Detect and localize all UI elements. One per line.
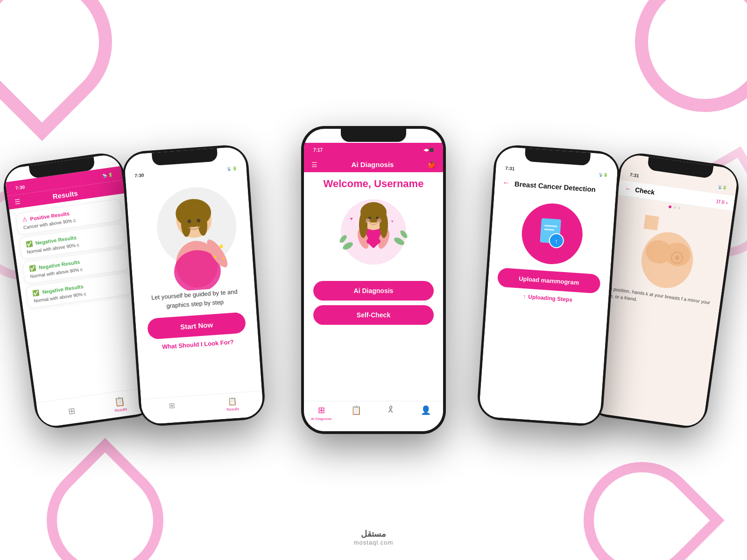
check-icon-2: ✅ bbox=[29, 265, 37, 272]
phones-container: 7:30 📡🔋 ☰ Results ⚠ bbox=[0, 0, 747, 560]
status-bar-left-center: 7:30 📡🔋 bbox=[125, 160, 247, 182]
status-icons-lc: 📡🔋 bbox=[226, 166, 237, 171]
nav-lc-results-label: Results bbox=[226, 407, 239, 412]
upload-circle: ↑ bbox=[520, 202, 585, 266]
time-left-center: 7:30 bbox=[134, 172, 144, 178]
nav-main-ai[interactable]: ⊞ Ai Diagnosis bbox=[304, 405, 339, 421]
status-icons-detection: 📡🔋 bbox=[599, 172, 608, 177]
notch-main bbox=[341, 129, 406, 142]
nav-results-label: Results bbox=[114, 407, 127, 413]
woman-illustration: ★ ★ ✦ bbox=[140, 180, 240, 288]
detection-title: Breast Cancer Detection bbox=[514, 180, 596, 193]
start-now-button[interactable]: Start Now bbox=[147, 312, 247, 340]
chevron-icon-fr[interactable]: › bbox=[726, 200, 728, 205]
svg-text:★: ★ bbox=[212, 254, 217, 259]
watermark: مستقل mostaql.com bbox=[354, 529, 394, 546]
left-center-content: 7:30 📡🔋 bbox=[124, 146, 264, 425]
main-app-header: ☰ Ai Diagnosis 🍎 bbox=[304, 157, 443, 172]
svg-text:♥: ♥ bbox=[366, 203, 369, 207]
step-counter-text: 1f 8 bbox=[716, 198, 725, 205]
svg-text:♥: ♥ bbox=[391, 219, 394, 224]
bottom-nav-left-center: ⊞ 📋 Results bbox=[141, 391, 264, 425]
center-content: 7:17 ◀▶⬛ ☰ Ai Diagnosis 🍎 Welcome, Usern… bbox=[304, 129, 443, 431]
breast-illustration bbox=[635, 215, 701, 292]
center-buttons: Ai Diagnosis Self-Check bbox=[304, 281, 443, 325]
status-icons-main: ◀▶⬛ bbox=[423, 148, 434, 152]
dot-2 bbox=[673, 206, 677, 209]
watermark-url: mostaql.com bbox=[354, 539, 394, 546]
welcome-illustration: ♥ ♥ ♥ bbox=[336, 195, 411, 269]
dot-3 bbox=[678, 207, 681, 210]
phone-main-inner: 7:17 ◀▶⬛ ☰ Ai Diagnosis 🍎 Welcome, Usern… bbox=[304, 129, 443, 431]
svg-point-15 bbox=[399, 229, 409, 239]
phone-detection: 7:31 📡🔋 ← Breast Cancer Detection bbox=[476, 144, 621, 427]
svg-point-14 bbox=[393, 236, 406, 246]
look-for-link[interactable]: What Should I Look For? bbox=[137, 336, 259, 352]
check-icon-1: ✅ bbox=[25, 240, 33, 248]
status-bar-main: 7:17 ◀▶⬛ bbox=[304, 143, 443, 157]
time-main: 7:17 bbox=[313, 147, 323, 153]
phone-main: 7:17 ◀▶⬛ ☰ Ai Diagnosis 🍎 Welcome, Usern… bbox=[301, 126, 446, 434]
svg-rect-18 bbox=[366, 239, 381, 244]
svg-point-21 bbox=[359, 212, 367, 238]
back-icon-fr[interactable]: ← bbox=[625, 184, 632, 193]
back-icon-detection[interactable]: ← bbox=[502, 178, 510, 187]
profile-icon-main[interactable]: 🍎 bbox=[428, 161, 436, 168]
warning-icon: ⚠ bbox=[22, 216, 28, 223]
uploading-steps-text: Uploading Steps bbox=[528, 294, 572, 303]
nav-main-results[interactable]: 📋 bbox=[339, 405, 374, 415]
woman-svg: ★ ★ ✦ bbox=[145, 180, 246, 293]
svg-text:✦: ✦ bbox=[222, 257, 226, 261]
nav-lc-home[interactable]: ⊞ bbox=[141, 399, 202, 412]
welcome-title: Welcome, Username bbox=[304, 178, 443, 190]
detection-content: 7:31 📡🔋 ← Breast Cancer Detection bbox=[479, 146, 619, 425]
main-header-title: Ai Diagnosis bbox=[317, 161, 428, 168]
svg-point-22 bbox=[380, 212, 388, 238]
upload-icon-svg: ↑ bbox=[532, 214, 572, 253]
nav-main-profile[interactable]: 👤 bbox=[409, 405, 444, 415]
ai-diagnosis-button[interactable]: Ai Diagnosis bbox=[313, 281, 434, 301]
dot-1 bbox=[669, 205, 672, 209]
self-check-title: Check bbox=[634, 186, 655, 196]
time-results: 7:30 bbox=[15, 184, 25, 190]
breast-svg bbox=[635, 215, 701, 292]
menu-icon-main[interactable]: ☰ bbox=[311, 161, 317, 168]
svg-point-26 bbox=[377, 218, 381, 223]
svg-point-13 bbox=[338, 234, 348, 244]
svg-rect-42 bbox=[643, 215, 659, 231]
self-check-button[interactable]: Self-Check bbox=[313, 305, 434, 325]
status-icons-fr: 📡🔋 bbox=[718, 184, 727, 190]
svg-text:★: ★ bbox=[218, 242, 225, 250]
nav-lc-results[interactable]: 📋 Results bbox=[202, 395, 263, 413]
status-icons-results: 📡🔋 bbox=[102, 172, 113, 178]
time-far-right: 7:31 bbox=[629, 172, 639, 178]
watermark-logo: مستقل bbox=[354, 529, 394, 539]
nav-results-results[interactable]: 📋 Results bbox=[95, 393, 146, 415]
phone-self-check: 7:30 📡🔋 bbox=[121, 144, 266, 427]
nav-main-awareness[interactable]: 🎗 bbox=[374, 405, 409, 415]
upload-icon-small: ↑ bbox=[523, 293, 526, 300]
nav-main-ai-label: Ai Diagnosis bbox=[311, 417, 331, 421]
time-detection: 7:31 bbox=[505, 165, 515, 171]
svg-text:↑: ↑ bbox=[555, 238, 558, 245]
svg-text:♥: ♥ bbox=[350, 216, 353, 221]
svg-point-12 bbox=[342, 241, 354, 251]
main-bottom-nav: ⊞ Ai Diagnosis 📋 🎗 👤 bbox=[304, 401, 443, 431]
step-counter: 1f 8 › bbox=[716, 198, 728, 205]
phone-detection-inner: 7:31 📡🔋 ← Breast Cancer Detection bbox=[479, 146, 619, 425]
phone-self-check-inner: 7:30 📡🔋 bbox=[124, 146, 264, 425]
welcome-woman-svg: ♥ ♥ ♥ bbox=[336, 195, 411, 269]
menu-icon-results[interactable]: ☰ bbox=[14, 197, 21, 206]
upload-mammogram-button[interactable]: Upload mammogram bbox=[497, 267, 601, 294]
svg-point-25 bbox=[366, 218, 370, 223]
nav-results-home[interactable]: ⊞ bbox=[47, 402, 97, 419]
check-icon-3: ✅ bbox=[32, 289, 40, 297]
